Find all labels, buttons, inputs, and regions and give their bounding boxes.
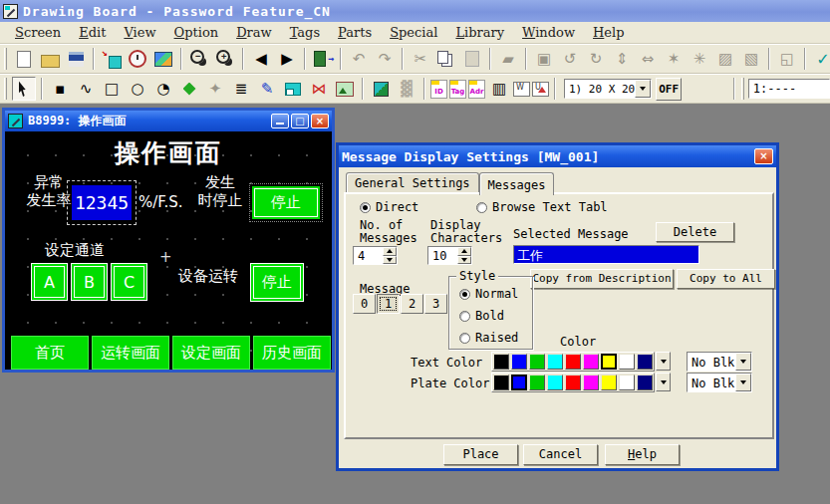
screen-jump-icon[interactable]: [100, 47, 124, 71]
style-option-raised[interactable]: Raised: [459, 331, 518, 345]
select-tool-icon[interactable]: [12, 77, 36, 101]
text-color-swatch-0[interactable]: [493, 354, 509, 370]
plate-color-swatch-3[interactable]: [547, 375, 563, 390]
menu-view[interactable]: View: [115, 23, 164, 42]
delete-button[interactable]: Delete: [656, 222, 734, 242]
graph-parts-icon[interactable]: U: [532, 82, 549, 97]
plate-color-swatch-5[interactable]: [583, 375, 599, 390]
id-display-icon[interactable]: ID: [430, 80, 447, 99]
undo-icon[interactable]: ↶: [347, 47, 371, 71]
bring-to-front-icon[interactable]: ▨: [713, 47, 737, 71]
fill-tool-icon[interactable]: [177, 77, 201, 101]
channel-button-a[interactable]: A: [31, 263, 68, 301]
menu-tags[interactable]: Tags: [281, 23, 329, 42]
snap-off-button[interactable]: OFF: [656, 78, 682, 101]
help-button[interactable]: Help: [605, 444, 680, 465]
radio-direct[interactable]: Direct: [360, 200, 418, 214]
data-check-icon[interactable]: [811, 47, 830, 71]
menu-special[interactable]: Special: [381, 23, 446, 42]
numeric-display[interactable]: 12345: [67, 180, 137, 225]
polygon-tool-icon[interactable]: ✦: [203, 77, 227, 101]
enlarge-icon[interactable]: ✳: [688, 47, 711, 71]
nav-button-4[interactable]: 历史画面: [253, 336, 331, 370]
ellipse-tool-icon[interactable]: ○: [126, 77, 149, 101]
chevron-down-icon[interactable]: [635, 80, 651, 98]
dot-tool-icon[interactable]: ▪: [48, 77, 72, 101]
spin-up-icon[interactable]: [383, 247, 397, 256]
maximize-button[interactable]: □: [291, 114, 309, 128]
style-option-normal[interactable]: Normal: [459, 287, 518, 301]
save-screen-icon[interactable]: [64, 47, 88, 71]
plate-color-blink-select[interactable]: No Blk: [687, 373, 752, 392]
style-option-bold[interactable]: Bold: [459, 309, 518, 323]
eraser-icon[interactable]: ▰: [496, 47, 520, 71]
close-button[interactable]: ×: [311, 114, 329, 128]
tab-general-settings[interactable]: General Settings: [346, 172, 479, 192]
zoom-out-icon[interactable]: [187, 47, 211, 71]
copy-to-all-button[interactable]: Copy to All: [677, 269, 775, 289]
text-color-more-button[interactable]: [656, 352, 671, 371]
message-number-1[interactable]: 1: [377, 294, 400, 314]
menu-window[interactable]: Window: [513, 23, 584, 42]
send-to-back-icon[interactable]: ▧: [739, 47, 763, 71]
open-screen-icon[interactable]: [38, 47, 62, 71]
screen-call-icon[interactable]: [281, 77, 305, 101]
mark-icon[interactable]: ▓: [395, 77, 418, 101]
menu-draw[interactable]: Draw: [227, 23, 281, 42]
line-tool-icon[interactable]: ∿: [74, 77, 98, 101]
chevron-down-icon[interactable]: [735, 374, 751, 391]
place-button[interactable]: Place: [443, 444, 518, 465]
channel-label[interactable]: 设定通道: [45, 241, 105, 259]
minimize-button[interactable]: [271, 114, 289, 128]
nav-button-3[interactable]: 设定画面: [172, 336, 250, 370]
plate-color-more-button[interactable]: [656, 373, 671, 391]
flip-vertical-icon[interactable]: ⇕: [610, 47, 634, 71]
menu-edit[interactable]: Edit: [70, 23, 115, 42]
dialog-titlebar[interactable]: Message Display Settings [MW_001] ×: [339, 145, 776, 167]
paste-icon[interactable]: [460, 47, 484, 71]
message-number-3[interactable]: 3: [424, 294, 447, 314]
text-color-swatch-5[interactable]: [583, 354, 599, 370]
run-stop-button[interactable]: 停止: [250, 263, 304, 302]
plate-color-swatch-0[interactable]: [493, 375, 509, 390]
nav-button-1[interactable]: 首页: [11, 336, 89, 370]
menu-help[interactable]: Help: [584, 23, 634, 42]
text-color-swatch-8[interactable]: [637, 354, 653, 370]
run-label[interactable]: 设备运转: [178, 267, 238, 285]
3d-parts-icon[interactable]: [369, 77, 393, 101]
window-parts-icon[interactable]: W: [513, 82, 530, 97]
spin-down-icon[interactable]: [383, 256, 397, 265]
cancel-button[interactable]: Cancel: [523, 444, 598, 465]
screen-title-text[interactable]: 操作画面: [5, 136, 332, 169]
exit-icon[interactable]: [311, 47, 335, 71]
part-reference-input[interactable]: 1:----: [748, 79, 830, 99]
stop-condition-label[interactable]: 发生 时停止: [190, 173, 250, 209]
next-screen-icon[interactable]: ▶: [275, 47, 299, 71]
text-color-blink-select[interactable]: No Blk: [687, 352, 752, 372]
text-tool-icon[interactable]: ✎: [255, 77, 279, 101]
plate-color-swatch-8[interactable]: [637, 375, 653, 390]
text-color-swatch-7[interactable]: [619, 354, 635, 370]
cut-icon[interactable]: ✂: [409, 47, 432, 71]
toolbar-grip[interactable]: [741, 78, 744, 100]
parts-icon[interactable]: ⋈: [307, 77, 331, 101]
plate-color-swatch-2[interactable]: [529, 375, 545, 390]
tab-messages[interactable]: Messages: [479, 172, 555, 195]
image-icon[interactable]: [333, 77, 357, 101]
nav-button-2[interactable]: 运转画面: [92, 336, 169, 370]
rotate-ccw-icon[interactable]: ↺: [558, 47, 582, 71]
text-color-swatch-4[interactable]: [565, 354, 581, 370]
new-screen-icon[interactable]: [12, 47, 36, 71]
text-color-swatch-6[interactable]: [601, 354, 617, 370]
group-icon[interactable]: ◱: [775, 47, 799, 71]
duplicate-icon[interactable]: ▣: [532, 47, 556, 71]
spin-up-icon[interactable]: [457, 247, 471, 256]
copy-icon[interactable]: [434, 47, 458, 71]
no-of-messages-spinner[interactable]: 4: [353, 246, 398, 265]
message-number-2[interactable]: 2: [401, 294, 423, 314]
selected-message-input[interactable]: 工作: [513, 245, 699, 264]
tiling-icon[interactable]: ▥: [487, 77, 511, 101]
chevron-down-icon[interactable]: [735, 353, 751, 371]
alarm-stop-button[interactable]: 停止: [252, 186, 320, 219]
toolbar-grip[interactable]: [4, 48, 7, 70]
